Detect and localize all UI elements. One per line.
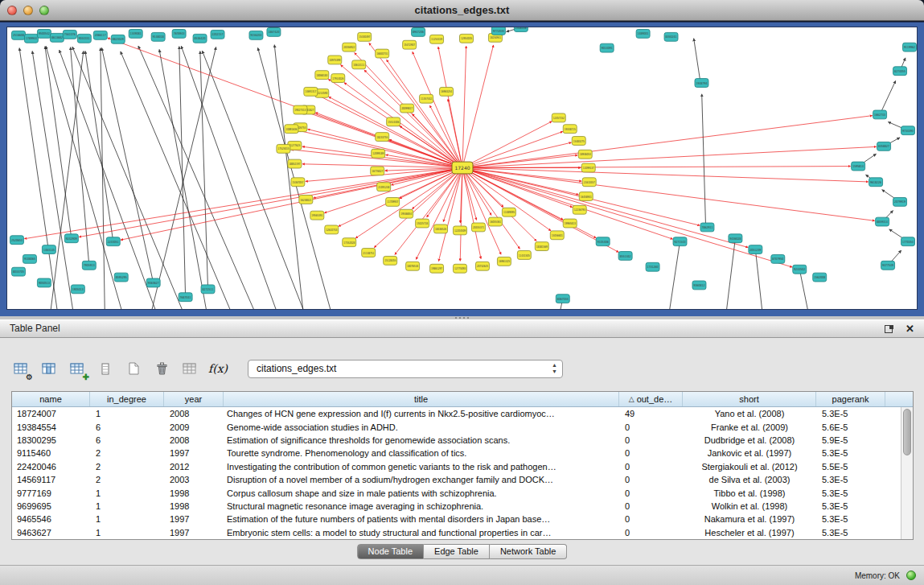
column-header-year[interactable]: year [164,392,224,406]
table-selector-dropdown[interactable]: citations_edges.txt ▲▼ [248,360,563,378]
table-row[interactable]: 946554611997Estimation of the future num… [12,513,913,525]
graph-node[interactable]: 7905913 [82,261,96,270]
graph-node[interactable]: 11099137 [581,163,595,172]
table-cell-title[interactable]: Changes of HCN gene expression and I(f) … [224,409,619,418]
table-cell-in_degree[interactable]: 2 [90,462,164,472]
graph-node[interactable]: 17352028 [343,238,356,247]
graph-node[interactable]: 12204509 [454,226,467,235]
graph-node[interactable]: 1662743 [873,110,887,119]
graph-node[interactable]: 7678943 [172,29,186,38]
graph-node[interactable]: 1770354 [901,237,915,246]
table-cell-name[interactable]: 9699695 [12,501,90,511]
column-header-short[interactable]: short [683,392,816,406]
graph-node[interactable]: 9463627 [146,278,160,287]
delete-table-icon[interactable] [152,358,171,379]
table-cell-pagerank[interactable]: 5.5E-5 [816,462,885,472]
graph-node[interactable]: 9772035 [491,27,505,35]
graph-node[interactable]: 15025718 [416,219,429,228]
table-cell-out_degree[interactable]: 0 [619,475,683,484]
table-cell-short[interactable]: Tibbo et al. (1998) [683,488,816,498]
table-panel-header[interactable]: Table Panel ✕ [0,319,924,338]
graph-node[interactable]: 20099817 [400,104,414,113]
table-cell-out_degree[interactable]: 0 [619,514,683,524]
graph-node[interactable]: 12775093 [454,264,467,273]
graph-hub-node[interactable]: 17240 [452,162,473,174]
table-cell-name[interactable]: 22420046 [12,462,90,472]
graph-node[interactable]: 11431505 [517,251,531,260]
network-window[interactable]: citations_edges.txt 18250941129540351125… [0,0,924,316]
table-cell-in_degree[interactable]: 1 [90,501,164,511]
float-panel-icon[interactable] [885,325,893,333]
graph-node[interactable]: 21138751 [362,249,376,257]
import-table-icon[interactable]: ✚ [68,358,87,379]
graph-node[interactable]: 9377549 [881,261,895,270]
window-titlebar[interactable]: citations_edges.txt [0,0,924,21]
graph-node[interactable]: 8536420 [193,34,207,43]
graph-node[interactable]: 9500542 [37,29,51,38]
graph-node[interactable]: 8613682 [50,33,64,42]
graph-node[interactable]: 16840731 [376,49,389,58]
graph-node[interactable]: 9148018 [151,32,165,41]
graph-node[interactable]: 8350241 [664,32,678,41]
graph-node[interactable]: 15128455 [384,256,397,265]
graph-node[interactable]: 2066117 [93,31,107,39]
graph-node[interactable]: 2520653 [10,236,23,245]
table-cell-pagerank[interactable]: 5.3E-5 [816,448,885,458]
graph-node[interactable]: 1948794 [695,79,708,88]
graph-node[interactable]: 8859314 [876,217,889,226]
table-cell-in_degree[interactable]: 2 [90,475,164,484]
close-panel-icon[interactable]: ✕ [906,324,914,334]
graph-node[interactable]: 9244502 [793,265,807,274]
graph-node[interactable]: 18076518 [406,262,420,270]
graph-node[interactable]: 11357442 [420,94,433,103]
graph-node[interactable]: 9119962 [903,43,917,51]
graph-node[interactable]: 9105306 [596,237,610,246]
column-header-name[interactable]: name [12,392,90,406]
column-header-in_degree[interactable]: in_degree [90,392,164,406]
graph-node[interactable]: 2202157 [211,30,224,39]
table-cell-in_degree[interactable]: 1 [90,488,164,498]
table-row[interactable]: 1938455462009Genome-wide association stu… [12,420,913,433]
table-cell-year[interactable]: 2012 [164,462,224,472]
graph-node[interactable]: 15330497 [358,32,372,41]
table-cell-title[interactable]: Investigating the contribution of common… [224,462,619,472]
graph-node[interactable]: 1789944 [24,34,38,43]
graph-node[interactable]: 12457152 [552,113,565,122]
new-table-icon[interactable] [124,358,143,379]
graph-node[interactable]: 2079919 [893,197,907,206]
table-cell-year[interactable]: 1997 [164,448,224,458]
graph-node[interactable]: 1595814 [852,162,865,171]
graph-node[interactable]: 1867420 [267,27,281,36]
graph-node[interactable]: 7862911 [700,223,714,232]
column-header-title[interactable]: title [224,392,619,406]
table-cell-out_degree[interactable]: 49 [619,409,683,418]
table-cell-short[interactable]: Yano et al. (2008) [683,409,816,418]
graph-node[interactable]: 2243051 [106,237,120,246]
table-cell-pagerank[interactable]: 5.3E-5 [816,475,885,484]
tab-edge-table[interactable]: Edge Table [424,544,490,559]
table-cell-out_degree[interactable]: 0 [619,435,683,445]
table-cell-pagerank[interactable]: 5.3E-5 [816,488,885,498]
graph-node[interactable]: 8458827 [877,142,891,150]
table-cell-title[interactable]: Genome-wide association studies in ADHD. [224,422,619,432]
table-cell-title[interactable]: Tourette syndrome. Phenomenology and cla… [224,448,619,458]
table-cell-title[interactable]: Structural magnetic resonance image aver… [224,501,619,511]
graph-node[interactable]: 18381569 [535,242,548,251]
graph-node[interactable]: 1349081 [129,29,142,38]
graph-node[interactable]: 19546854 [400,209,413,218]
table-cell-year[interactable]: 2008 [164,409,224,418]
table-settings-icon[interactable]: ⚙ [11,358,31,379]
table-cell-in_degree[interactable]: 1 [90,528,164,538]
table-cell-name[interactable]: 9115460 [12,448,90,458]
graph-node[interactable]: 20455371 [471,223,485,232]
graph-node[interactable]: 8947206 [412,27,425,36]
graph-node[interactable]: 8067034 [556,295,569,303]
table-cell-name[interactable]: 9463627 [12,528,90,538]
table-cell-out_degree[interactable]: 0 [619,422,683,432]
graph-node[interactable]: 18233755 [376,133,389,142]
column-header-out_degree[interactable]: △out_de… [619,392,683,406]
close-button[interactable] [7,6,17,15]
graph-node[interactable]: 18068183 [315,71,329,80]
table-row[interactable]: 977716911998Corpus callosum shape and si… [12,486,913,499]
graph-node[interactable]: 17914026 [331,74,345,83]
